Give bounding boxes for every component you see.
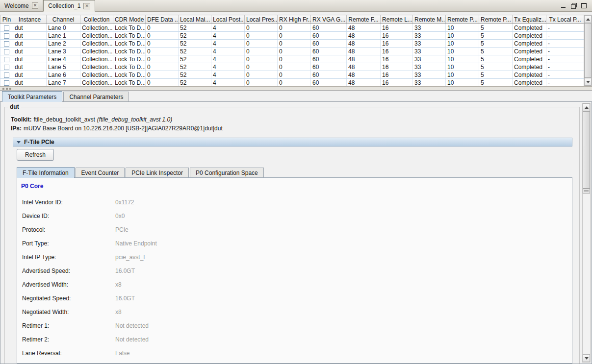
table-cell: 33 [413, 79, 446, 87]
pin-cell [0, 63, 13, 71]
minimize-icon[interactable] [561, 3, 566, 9]
table-cell: Lane 4 [47, 55, 80, 63]
column-header-tx-local-p[interactable]: Tx Local P... [546, 15, 584, 24]
table-cell: dut [13, 55, 47, 63]
ips-info: IPs:mUDV Base Board on 10.226.216.200 [U… [11, 125, 573, 132]
table-cell: 10 [446, 24, 479, 32]
column-header-remote-l[interactable]: Remote L... [381, 15, 413, 24]
table-cell: 0 [245, 48, 278, 55]
pin-checkbox[interactable] [4, 25, 9, 31]
table-row[interactable]: dutLane 0Collection...Lock To D...052400… [0, 24, 584, 32]
ftile-pcie-section-header[interactable]: F-Tile PCIe [13, 138, 572, 146]
table-row[interactable]: dutLane 6Collection...Lock To D...052400… [0, 71, 584, 79]
table-cell: dut [13, 71, 47, 79]
table-cell: Lane 7 [47, 79, 80, 87]
column-header-pin[interactable]: Pin [0, 15, 13, 24]
pin-checkbox[interactable] [4, 57, 9, 62]
column-header-rx-high-fr[interactable]: RX High Fr... [278, 15, 311, 24]
column-header-rx-vga-g[interactable]: RX VGA G... [311, 15, 347, 24]
table-cell: Completed [513, 32, 546, 40]
column-header-remote-f[interactable]: Remote F... [347, 15, 381, 24]
table-cell: 60 [311, 79, 347, 87]
column-header-local-post[interactable]: Local Post... [211, 15, 245, 24]
table-cell: 16 [381, 32, 413, 40]
maximize-icon[interactable] [581, 3, 587, 9]
horizontal-splitter[interactable] [0, 86, 592, 91]
table-cell: Lock To D... [113, 48, 146, 55]
scroll-down-button[interactable] [583, 354, 590, 362]
tab-p0-configuration-space[interactable]: P0 Configuration Space [190, 168, 264, 177]
field-value: x8 [115, 309, 122, 315]
scroll-down-button[interactable] [584, 78, 592, 86]
column-header-remote-p[interactable]: Remote P... [479, 15, 513, 24]
pin-checkbox[interactable] [4, 41, 9, 47]
column-header-tx-equaliz[interactable]: Tx Equaliz... [513, 15, 546, 24]
toolkit-parameters-panel: dut Toolkit:ftile_debug_toolkit_avst(fti… [0, 101, 592, 364]
scroll-track[interactable] [584, 23, 592, 78]
tab-pcie-link-inspector[interactable]: PCIe Link Inspector [126, 168, 189, 177]
table-cell: 16 [381, 79, 413, 87]
table-cell: 0 [245, 79, 278, 87]
scroll-track[interactable] [583, 111, 590, 354]
ftile-pcie-section-body: Refresh F-Tile InformationEvent CounterP… [13, 146, 572, 364]
pin-checkbox[interactable] [4, 65, 9, 70]
field-label: Intel Vendor ID: [19, 199, 115, 206]
table-cell: 60 [311, 55, 347, 63]
table-cell: Lock To D... [113, 40, 146, 48]
scroll-up-button[interactable] [584, 15, 592, 23]
panel-vertical-scrollbar[interactable] [582, 103, 591, 363]
table-vertical-scrollbar[interactable] [584, 15, 592, 86]
column-header-local-pres[interactable]: Local Pres... [245, 15, 278, 24]
scroll-thumb[interactable] [583, 111, 590, 189]
pin-checkbox[interactable] [4, 80, 9, 86]
table-row[interactable]: dutLane 1Collection...Lock To D...052400… [0, 32, 584, 40]
table-row[interactable]: dutLane 2Collection...Lock To D...052400… [0, 40, 584, 48]
tab-collection-1[interactable]: Collection_1 ✕ [43, 0, 95, 12]
column-header-local-mai[interactable]: Local Mai... [179, 15, 211, 24]
tab-channel-parameters[interactable]: Channel Parameters [63, 92, 129, 101]
column-header-instance[interactable]: Instance [13, 15, 47, 24]
table-row[interactable]: dutLane 7Collection...Lock To D...052400… [0, 79, 584, 87]
table-cell: Lock To D... [113, 71, 146, 79]
table-cell: 10 [446, 40, 479, 48]
table-cell: 0 [278, 32, 311, 40]
close-icon[interactable]: ✕ [83, 3, 90, 9]
tab-f-tile-information[interactable]: F-Tile Information [17, 167, 75, 178]
table-cell: 48 [347, 32, 381, 40]
table-cell: Collection... [80, 32, 113, 40]
column-header-channel[interactable]: Channel [47, 15, 80, 24]
field-label: Retimer 2: [19, 336, 115, 343]
table-row[interactable]: dutLane 3Collection...Lock To D...052400… [0, 48, 584, 55]
pin-checkbox[interactable] [4, 49, 9, 54]
restore-icon[interactable] [571, 3, 577, 9]
field-label: Lane Reversal: [19, 350, 115, 357]
table-row[interactable]: dutLane 5Collection...Lock To D...052400… [0, 63, 584, 71]
tab-welcome[interactable]: Welcome ✕ [0, 0, 43, 11]
sash-handle[interactable] [583, 189, 590, 194]
table-cell: 10 [446, 55, 479, 63]
table-row[interactable]: dutLane 4Collection...Lock To D...052400… [0, 55, 584, 63]
table-cell: 10 [446, 71, 479, 79]
scroll-up-button[interactable] [583, 103, 590, 111]
pin-checkbox[interactable] [4, 73, 9, 78]
scroll-thumb[interactable] [584, 23, 592, 78]
editor-tab-bar: Welcome ✕ Collection_1 ✕ [0, 0, 592, 12]
table-cell: 52 [179, 63, 211, 71]
dut-group: dut Toolkit:ftile_debug_toolkit_avst(fti… [4, 107, 580, 364]
tab-toolkit-parameters[interactable]: Toolkit Parameters [2, 91, 62, 102]
pin-checkbox[interactable] [4, 33, 9, 39]
table-cell: - [546, 48, 584, 55]
field-value: PCIe [115, 226, 129, 233]
splitter-grip-icon [2, 88, 11, 90]
column-header-collection[interactable]: Collection [80, 15, 113, 24]
close-icon[interactable]: ✕ [32, 2, 39, 9]
column-header-remote-m[interactable]: Remote M... [413, 15, 446, 24]
refresh-button[interactable]: Refresh [17, 149, 54, 161]
window-controls [561, 0, 592, 11]
tab-event-counter[interactable]: Event Counter [76, 168, 125, 177]
table-cell: 16 [381, 63, 413, 71]
column-header-remote-p[interactable]: Remote P... [446, 15, 479, 24]
column-header-dfe-data[interactable]: DFE Data ... [146, 15, 179, 24]
table-cell: 10 [446, 48, 479, 55]
column-header-cdr-mode[interactable]: CDR Mode [113, 15, 146, 24]
